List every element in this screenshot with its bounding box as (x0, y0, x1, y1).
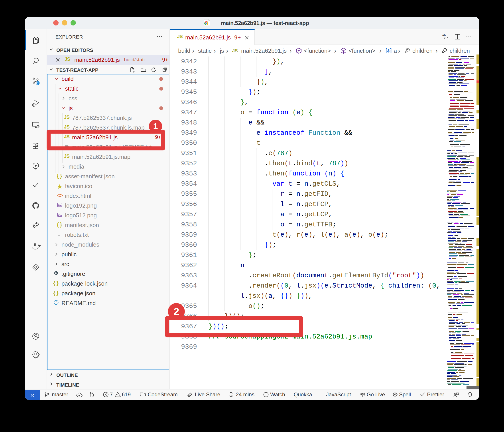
svg-text:ab: ab (442, 34, 446, 37)
